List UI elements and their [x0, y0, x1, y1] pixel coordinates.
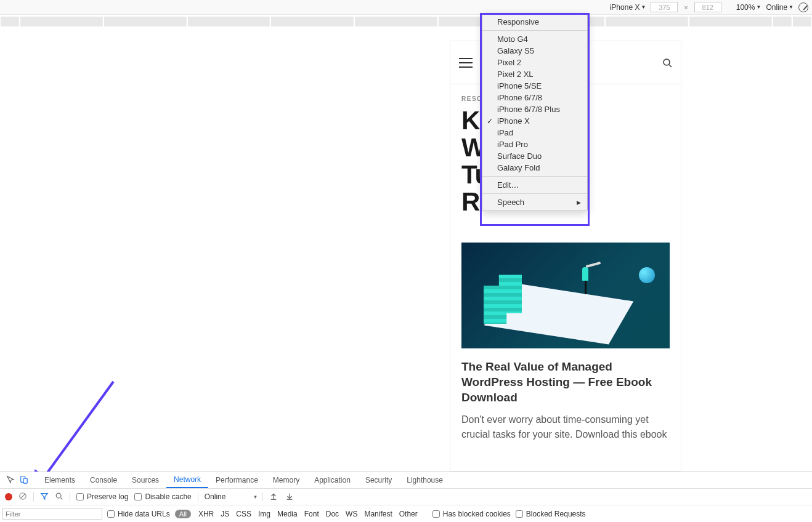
disable-cache-checkbox[interactable]: Disable cache — [134, 492, 191, 501]
menu-item-label: Moto G4 — [497, 34, 528, 44]
menu-item-label: iPhone 6/7/8 Plus — [497, 105, 560, 114]
zoom-dropdown[interactable]: 100% ▼ — [736, 3, 761, 12]
search-icon[interactable] — [662, 58, 672, 68]
tab-network[interactable]: Network — [166, 472, 208, 488]
menu-item-label: Pixel 2 — [497, 58, 521, 67]
throttle-dropdown[interactable]: Online ▼ — [766, 3, 794, 12]
menu-item-label: iPad — [497, 128, 513, 137]
tab-sources[interactable]: Sources — [124, 472, 166, 488]
device-menu-item[interactable]: Moto G4 — [482, 33, 587, 45]
filter-type-media[interactable]: Media — [277, 510, 298, 518]
zoom-value: 100% — [736, 3, 755, 12]
menu-item-label: Surface Duo — [497, 151, 542, 161]
rotate-icon[interactable] — [798, 2, 808, 12]
tab-performance[interactable]: Performance — [208, 472, 266, 488]
filter-type-js[interactable]: JS — [221, 510, 229, 518]
hero-image — [461, 243, 670, 348]
device-menu-item[interactable]: Pixel 2 XL — [482, 68, 587, 80]
device-menu-item[interactable]: Galaxy Fold — [482, 162, 587, 174]
tab-memory[interactable]: Memory — [266, 472, 307, 488]
menu-separator — [482, 30, 587, 31]
device-menu-item[interactable]: Responsive — [482, 16, 587, 28]
inspect-icon[interactable] — [4, 475, 17, 486]
device-menu[interactable]: ResponsiveMoto G4Galaxy S5Pixel 2Pixel 2… — [482, 13, 588, 211]
menu-item-label: Edit… — [497, 180, 519, 190]
menu-item-label: iPad Pro — [497, 140, 528, 149]
device-menu-item[interactable]: iPad Pro — [482, 139, 587, 150]
filter-icon[interactable] — [40, 492, 49, 502]
menu-item-label: Galaxy S5 — [497, 46, 534, 55]
filter-type-ws[interactable]: WS — [346, 510, 357, 518]
device-toggle-icon[interactable] — [17, 475, 31, 486]
filter-type-font[interactable]: Font — [304, 510, 319, 518]
check-icon: ✓ — [487, 117, 493, 126]
filter-type-all[interactable]: All — [175, 510, 191, 518]
download-har-icon[interactable] — [285, 492, 294, 502]
viewport-height-input[interactable] — [694, 2, 721, 12]
network-filter-bar: Hide data URLs All XHRJSCSSImgMediaFontD… — [0, 505, 812, 522]
device-menu-item[interactable]: ✓iPhone X — [482, 115, 587, 127]
menu-item-label: iPhone 5/SE — [497, 81, 542, 90]
svg-line-0 — [42, 382, 113, 480]
menu-separator — [482, 193, 587, 194]
viewport-ruler — [0, 15, 812, 28]
caret-down-icon: ▼ — [789, 4, 794, 10]
filter-type-css[interactable]: CSS — [236, 510, 251, 518]
blocked-requests-checkbox[interactable]: Blocked Requests — [516, 510, 586, 518]
svg-rect-4 — [23, 478, 27, 483]
tab-application[interactable]: Application — [307, 472, 358, 488]
search-icon[interactable] — [55, 492, 63, 502]
device-menu-item[interactable]: iPhone 6/7/8 — [482, 92, 587, 103]
tab-security[interactable]: Security — [358, 472, 399, 488]
devtools-tabs: ElementsConsoleSourcesNetworkPerformance… — [0, 472, 812, 489]
svg-point-7 — [56, 493, 61, 498]
menu-icon[interactable] — [459, 58, 473, 68]
svg-line-2 — [669, 65, 672, 67]
device-toolbar: iPhone X ▼ × 100% ▼ Online ▼ — [0, 0, 812, 15]
device-menu-item[interactable]: Surface Duo — [482, 150, 587, 162]
device-menu-item[interactable]: iPhone 5/SE — [482, 80, 587, 92]
device-menu-item[interactable]: iPhone 6/7/8 Plus — [482, 103, 587, 115]
device-menu-item[interactable]: Pixel 2 — [482, 57, 587, 68]
filter-type-doc[interactable]: Doc — [326, 510, 339, 518]
caret-down-icon: ▼ — [253, 494, 258, 500]
viewport-width-input[interactable] — [651, 2, 678, 12]
post-title[interactable]: The Real Value of Managed WordPress Host… — [461, 359, 670, 405]
device-menu-item[interactable]: Galaxy S5 — [482, 45, 587, 57]
menu-item-label: Responsive — [497, 17, 539, 26]
device-menu-item[interactable]: iPad — [482, 127, 587, 139]
has-blocked-cookies-checkbox[interactable]: Has blocked cookies — [432, 510, 511, 518]
device-menu-item[interactable]: Edit… — [482, 179, 587, 191]
preserve-log-checkbox[interactable]: Preserve log — [76, 492, 128, 501]
network-toolbar: Preserve log Disable cache Online ▼ — [0, 489, 812, 505]
record-button[interactable] — [5, 493, 12, 500]
menu-item-label: iPhone 6/7/8 — [497, 93, 542, 102]
tab-lighthouse[interactable]: Lighthouse — [399, 472, 450, 488]
network-throttle-dropdown[interactable]: Online — [205, 492, 229, 501]
filter-type-other[interactable]: Other — [399, 510, 418, 518]
menu-item-label: iPhone X — [497, 116, 530, 126]
device-menu-item[interactable]: Speech▶ — [482, 196, 587, 208]
dim-separator: × — [683, 4, 689, 11]
svg-line-8 — [61, 497, 63, 499]
clear-icon[interactable] — [18, 492, 27, 502]
tab-elements[interactable]: Elements — [37, 472, 83, 488]
svg-line-6 — [21, 494, 25, 498]
filter-type-xhr[interactable]: XHR — [198, 510, 214, 518]
filter-input[interactable] — [2, 508, 102, 520]
hide-data-urls-checkbox[interactable]: Hide data URLs — [107, 510, 170, 518]
menu-item-label: Speech — [497, 198, 524, 207]
menu-item-label: Pixel 2 XL — [497, 70, 534, 79]
caret-down-icon: ▼ — [756, 4, 761, 10]
device-name: iPhone X — [610, 3, 640, 12]
submenu-arrow-icon: ▶ — [577, 199, 581, 206]
upload-har-icon[interactable] — [269, 492, 278, 502]
menu-separator — [482, 176, 587, 177]
tab-console[interactable]: Console — [83, 472, 124, 488]
devtools-panel: ElementsConsoleSourcesNetworkPerformance… — [0, 472, 812, 522]
svg-point-1 — [664, 59, 670, 65]
menu-item-label: Galaxy Fold — [497, 163, 540, 172]
device-select-dropdown[interactable]: iPhone X ▼ — [610, 3, 646, 12]
filter-type-img[interactable]: Img — [258, 510, 270, 518]
filter-type-manifest[interactable]: Manifest — [364, 510, 392, 518]
